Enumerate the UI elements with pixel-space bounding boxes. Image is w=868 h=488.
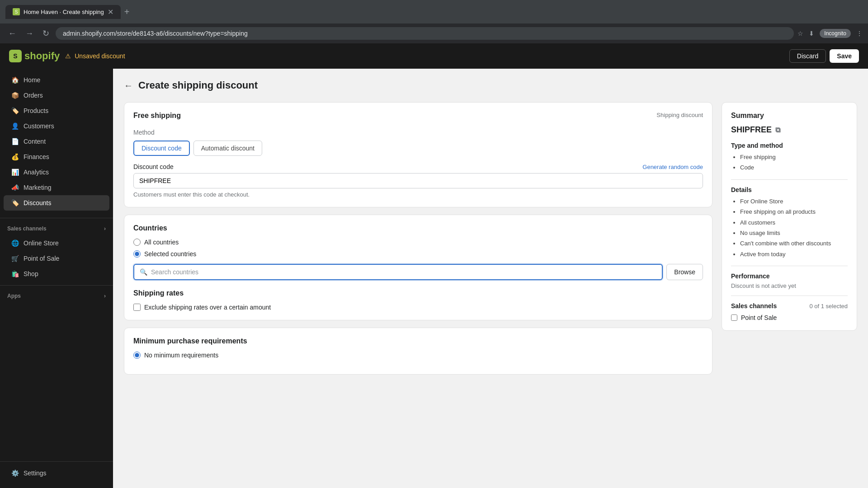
unsaved-label: Unsaved discount bbox=[75, 52, 125, 60]
sidebar-item-customers[interactable]: 👤 Customers bbox=[4, 118, 109, 134]
sidebar-item-online-store[interactable]: 🌐 Online Store bbox=[4, 235, 109, 251]
all-countries-option[interactable]: All countries bbox=[133, 239, 703, 246]
apps-header[interactable]: Apps › bbox=[0, 289, 113, 303]
shopify-logo: S shopify bbox=[9, 50, 60, 62]
min-purchase-title: Minimum purchase requirements bbox=[133, 337, 703, 345]
summary-code: SHIPFREE ⧉ bbox=[731, 125, 848, 135]
sidebar-item-label: Content bbox=[24, 138, 46, 145]
type-item-1: Code bbox=[740, 162, 848, 173]
nav-reload-button[interactable]: ↻ bbox=[40, 27, 52, 40]
automatic-discount-method-button[interactable]: Automatic discount bbox=[193, 141, 262, 156]
discount-code-method-button[interactable]: Discount code bbox=[133, 141, 190, 156]
sales-channels-header[interactable]: Sales channels › bbox=[0, 222, 113, 235]
discounts-icon: 🏷️ bbox=[11, 199, 19, 207]
customers-icon: 👤 bbox=[11, 122, 19, 130]
type-item-0: Free shipping bbox=[740, 152, 848, 162]
min-purchase-card: Minimum purchase requirements No minimum… bbox=[124, 328, 712, 375]
sidebar-nav-section: 🏠 Home 📦 Orders 🏷️ Products 👤 Customers … bbox=[0, 69, 113, 214]
sidebar-item-label: Point of Sale bbox=[24, 255, 59, 262]
address-bar[interactable] bbox=[56, 27, 794, 40]
card-title: Free shipping bbox=[133, 112, 181, 120]
detail-item-3: No usage limits bbox=[740, 228, 848, 238]
unsaved-notice: ⚠ Unsaved discount bbox=[65, 52, 125, 60]
card-subtitle: Shipping discount bbox=[656, 112, 703, 118]
menu-icon[interactable]: ⋮ bbox=[856, 30, 863, 37]
point-of-sale-checkbox[interactable] bbox=[731, 314, 737, 321]
exclude-shipping-checkbox[interactable] bbox=[133, 304, 141, 311]
bookmark-icon[interactable]: ☆ bbox=[797, 30, 803, 37]
sidebar-item-label: Discounts bbox=[24, 199, 51, 206]
sidebar-item-orders[interactable]: 📦 Orders bbox=[4, 88, 109, 103]
topbar-left: S shopify ⚠ Unsaved discount bbox=[9, 50, 125, 62]
free-shipping-card: Free shipping Shipping discount Method D… bbox=[124, 102, 712, 207]
topbar-right: Discard Save bbox=[789, 49, 859, 63]
content-grid: Free shipping Shipping discount Method D… bbox=[124, 102, 857, 375]
countries-search-input[interactable] bbox=[151, 268, 656, 276]
type-method-list: Free shipping Code bbox=[731, 152, 848, 173]
point-of-sale-channel-item[interactable]: Point of Sale bbox=[731, 314, 848, 321]
sidebar-item-label: Analytics bbox=[24, 169, 49, 176]
page-title: Create shipping discount bbox=[138, 80, 258, 91]
sidebar-item-settings[interactable]: ⚙️ Settings bbox=[4, 465, 109, 481]
sidebar-item-marketing[interactable]: 📣 Marketing bbox=[4, 180, 109, 195]
countries-search-field[interactable]: 🔍 bbox=[133, 264, 663, 280]
discard-button[interactable]: Discard bbox=[789, 49, 826, 63]
sidebar-item-home[interactable]: 🏠 Home bbox=[4, 72, 109, 88]
summary-card: Summary SHIPFREE ⧉ Type and method Free … bbox=[722, 102, 857, 331]
topbar: S shopify ⚠ Unsaved discount Discard Sav… bbox=[0, 43, 868, 69]
all-countries-radio[interactable] bbox=[133, 239, 141, 246]
page-header: ← Create shipping discount bbox=[124, 80, 857, 91]
main-column: Free shipping Shipping discount Method D… bbox=[124, 102, 712, 375]
sidebar-item-discounts[interactable]: 🏷️ Discounts bbox=[4, 195, 109, 211]
countries-radio-group: All countries Selected countries bbox=[133, 239, 703, 258]
detail-item-2: All customers bbox=[740, 217, 848, 228]
sidebar-item-point-of-sale[interactable]: 🛒 Point of Sale bbox=[4, 251, 109, 266]
browse-button[interactable]: Browse bbox=[666, 264, 703, 280]
save-button[interactable]: Save bbox=[830, 49, 859, 63]
countries-title: Countries bbox=[133, 224, 703, 232]
sales-channels-expand-icon: › bbox=[104, 225, 106, 232]
sidebar-item-label: Settings bbox=[24, 469, 47, 477]
sidebar-item-finances[interactable]: 💰 Finances bbox=[4, 149, 109, 164]
content-icon: 📄 bbox=[11, 137, 19, 145]
finances-icon: 💰 bbox=[11, 153, 19, 161]
no-minimum-radio[interactable] bbox=[133, 352, 141, 359]
home-icon: 🏠 bbox=[11, 76, 19, 84]
discount-code-input[interactable] bbox=[133, 173, 703, 188]
selected-countries-label: Selected countries bbox=[144, 250, 196, 258]
download-icon[interactable]: ⬇ bbox=[809, 30, 814, 37]
main-layout: 🏠 Home 📦 Orders 🏷️ Products 👤 Customers … bbox=[0, 69, 868, 488]
no-minimum-option[interactable]: No minimum requirements bbox=[133, 352, 703, 359]
sidebar-item-products[interactable]: 🏷️ Products bbox=[4, 103, 109, 118]
selected-countries-option[interactable]: Selected countries bbox=[133, 250, 703, 258]
new-tab-button[interactable]: + bbox=[124, 7, 130, 17]
orders-icon: 📦 bbox=[11, 91, 19, 99]
shipping-rates-section: Shipping rates Exclude shipping rates ov… bbox=[133, 289, 703, 311]
products-icon: 🏷️ bbox=[11, 107, 19, 115]
browser-nav: ← → ↻ ☆ ⬇ Incognito ⋮ bbox=[0, 23, 868, 43]
sidebar-item-shop[interactable]: 🛍️ Shop bbox=[4, 266, 109, 282]
generate-random-link[interactable]: Generate random code bbox=[642, 164, 703, 170]
selected-countries-radio[interactable] bbox=[133, 250, 141, 258]
sidebar-item-content[interactable]: 📄 Content bbox=[4, 134, 109, 149]
card-header: Free shipping Shipping discount bbox=[133, 112, 703, 122]
summary-divider-2 bbox=[731, 266, 848, 266]
shop-icon: 🛍️ bbox=[11, 270, 19, 278]
tab-close-button[interactable]: ✕ bbox=[108, 8, 113, 16]
browser-tab[interactable]: S Home Haven · Create shipping ✕ bbox=[5, 5, 121, 19]
back-button[interactable]: ← bbox=[124, 80, 133, 91]
exclude-shipping-label: Exclude shipping rates over a certain am… bbox=[144, 304, 271, 311]
point-of-sale-channel-label: Point of Sale bbox=[741, 314, 777, 321]
sidebar: 🏠 Home 📦 Orders 🏷️ Products 👤 Customers … bbox=[0, 69, 113, 488]
exclude-shipping-option[interactable]: Exclude shipping rates over a certain am… bbox=[133, 304, 703, 311]
copy-icon[interactable]: ⧉ bbox=[775, 126, 780, 134]
nav-back-button[interactable]: ← bbox=[5, 27, 19, 40]
apps-label: Apps bbox=[7, 293, 21, 299]
sidebar-item-analytics[interactable]: 📊 Analytics bbox=[4, 164, 109, 180]
sales-channels-title: Sales channels bbox=[731, 302, 777, 310]
type-method-section: Type and method Free shipping Code bbox=[731, 142, 848, 173]
nav-forward-button[interactable]: → bbox=[23, 27, 36, 40]
performance-text: Discount is not active yet bbox=[731, 282, 848, 289]
sales-channels-label: Sales channels bbox=[7, 225, 47, 232]
tab-favicon: S bbox=[13, 8, 20, 15]
